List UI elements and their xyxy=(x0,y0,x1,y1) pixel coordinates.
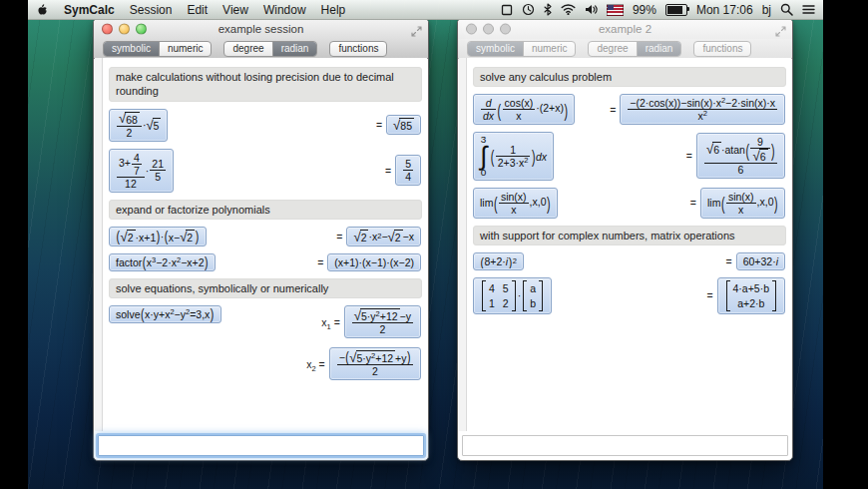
expression-input-box[interactable]: (√2·x+1)·(x−√2) xyxy=(109,227,207,246)
wifi-icon[interactable] xyxy=(561,4,576,15)
expression-result-box[interactable]: 60+32·i xyxy=(736,252,785,270)
fullscreen-icon[interactable] xyxy=(775,23,786,41)
section-header: expand or factorize polynomials xyxy=(109,200,422,220)
expression-input-box[interactable]: ddx(cos(x)x·(2+x)) xyxy=(473,94,575,125)
segment-radian[interactable]: radian xyxy=(638,42,681,56)
expression-row: (8+2·i)2=60+32·i xyxy=(473,252,786,270)
window-controls xyxy=(466,24,511,35)
segment-degree[interactable]: degree xyxy=(589,42,637,56)
result: =√2·x2−√2−x xyxy=(336,227,421,246)
menu-app-name[interactable]: SymCalc xyxy=(64,3,115,17)
close-button[interactable] xyxy=(466,24,477,35)
functions-button[interactable]: functions xyxy=(330,42,386,56)
minimize-button[interactable] xyxy=(483,24,494,35)
toolbar: symbolic numeric degree radian functions xyxy=(94,39,428,59)
apple-menu-icon[interactable] xyxy=(36,3,49,17)
battery-icon[interactable] xyxy=(665,4,687,16)
battery-fill xyxy=(667,6,682,14)
menubar-status: 99% Mon 17:06 bj xyxy=(501,0,815,19)
flag-canton xyxy=(608,5,614,10)
window-title: example 2 xyxy=(599,23,651,35)
expression-result-box[interactable]: √5·y2+12−y2 xyxy=(344,305,421,338)
expression-row: factor(x3−2·x2−x+2)=(x+1)·(x−1)·(x−2) xyxy=(109,253,422,271)
expression-row: 3+4712·215=54 xyxy=(109,149,422,193)
minimize-button[interactable] xyxy=(119,24,130,35)
result: =√6·atan(9√6)6 xyxy=(686,133,785,179)
menu-window[interactable]: Window xyxy=(263,3,306,17)
result-prefix: x2 = xyxy=(306,358,325,370)
bluetooth-icon[interactable] xyxy=(544,3,552,16)
results: =−(2·cos(x))−sin(x)·x2−2·sin(x)·xx2 xyxy=(610,94,785,125)
result-prefix: = xyxy=(686,150,692,162)
result: =(x+1)·(x−1)·(x−2) xyxy=(317,253,421,271)
us-flag-icon[interactable] xyxy=(607,4,624,16)
result-prefix: = xyxy=(726,255,732,267)
expression-row: lim(sin(x)x,x,0)=lim(sin(x)x,x,0) xyxy=(473,188,786,219)
functions-button[interactable]: functions xyxy=(694,42,750,56)
zoom-button[interactable] xyxy=(500,24,511,35)
window-example-2: example 2 symbolic numeric degree radian… xyxy=(457,18,793,461)
shape-icon[interactable] xyxy=(501,4,513,16)
segment-symbolic[interactable]: symbolic xyxy=(104,42,160,56)
expression-result-box[interactable]: −(√5·y2+12+y)2 xyxy=(329,347,421,380)
result-prefix: = xyxy=(385,165,391,177)
titlebar[interactable]: example session xyxy=(94,19,428,39)
expression-result-box[interactable]: √85 xyxy=(386,115,421,135)
expression-input-box[interactable]: (8+2·i)2 xyxy=(473,252,524,270)
mode-segment: symbolic numeric xyxy=(103,41,212,57)
search-icon[interactable] xyxy=(780,3,793,16)
menu-help[interactable]: Help xyxy=(321,3,346,17)
menubar-clock[interactable]: Mon 17:06 xyxy=(696,3,753,17)
expression-result-box[interactable]: −(2·cos(x))−sin(x)·x2−2·sin(x)·xx2 xyxy=(620,94,785,125)
expression-input[interactable] xyxy=(98,435,424,456)
expression-input-box[interactable]: √682·√5 xyxy=(109,109,168,142)
section-header: solve any calculus problem xyxy=(473,67,786,87)
expression-input[interactable] xyxy=(462,435,788,456)
list-icon[interactable] xyxy=(802,4,815,15)
titlebar[interactable]: example 2 xyxy=(458,19,792,39)
result: x2 =−(√5·y2+12+y)2 xyxy=(306,347,421,380)
menu-session[interactable]: Session xyxy=(130,3,173,17)
expression-input-box[interactable]: factor(x3−2·x2−x+2) xyxy=(109,253,216,271)
expression-result-box[interactable]: 54 xyxy=(395,155,421,186)
result: =60+32·i xyxy=(726,252,785,270)
segment-numeric[interactable]: numeric xyxy=(524,42,576,56)
expression-result-box[interactable]: lim(sin(x)x,x,0) xyxy=(700,188,785,219)
expression-result-box[interactable]: (x+1)·(x−1)·(x−2) xyxy=(327,253,421,271)
expression-input-box[interactable]: solve(x·y+x2−y2=3,x) xyxy=(109,305,221,323)
result: =−(2·cos(x))−sin(x)·x2−2·sin(x)·xx2 xyxy=(610,94,785,125)
volume-icon[interactable] xyxy=(585,4,598,15)
session-content: make calculations without losing precisi… xyxy=(95,58,427,431)
session-content: solve any calculus problemddx(cos(x)x·(2… xyxy=(459,58,791,431)
segment-radian[interactable]: radian xyxy=(273,42,317,56)
expression-row: solve(x·y+x2−y2=3,x)x1 =√5·y2+12−y2x2 =−… xyxy=(109,305,422,380)
expression-result-box[interactable]: √6·atan(9√6)6 xyxy=(696,133,785,179)
expression-input-box[interactable]: lim(sin(x)x,x,0) xyxy=(473,188,558,219)
expression-input-box[interactable]: 3+4712·215 xyxy=(109,149,174,193)
result-prefix: = xyxy=(336,231,342,243)
expression-input-box[interactable]: 3∫0(12+3·x2)dx xyxy=(473,132,554,180)
section-header: solve equations, symbolically or numeric… xyxy=(109,278,422,298)
menubar-user[interactable]: bj xyxy=(762,3,771,17)
result: =4·a+5·ba+2·b xyxy=(706,277,785,314)
segment-symbolic[interactable]: symbolic xyxy=(468,42,524,56)
segment-numeric[interactable]: numeric xyxy=(160,42,212,56)
result-prefix: x1 = xyxy=(321,316,340,328)
expression-result-box[interactable]: √2·x2−√2−x xyxy=(346,227,421,246)
close-button[interactable] xyxy=(102,24,113,35)
menu-edit[interactable]: Edit xyxy=(187,3,208,17)
result-prefix: = xyxy=(610,104,616,116)
menu-view[interactable]: View xyxy=(222,3,248,17)
window-controls xyxy=(102,24,147,35)
zoom-button[interactable] xyxy=(136,24,147,35)
time-machine-icon[interactable] xyxy=(522,3,535,16)
segment-degree[interactable]: degree xyxy=(224,42,272,56)
result-prefix: = xyxy=(317,256,323,268)
expression-result-box[interactable]: 4·a+5·ba+2·b xyxy=(717,277,785,314)
battery-percentage: 99% xyxy=(633,3,656,17)
fullscreen-icon[interactable] xyxy=(411,23,422,41)
expression-input-box[interactable]: 4512·ab xyxy=(473,277,552,314)
functions-button-wrap: functions xyxy=(693,41,751,57)
result-prefix: = xyxy=(376,119,382,131)
results: =(x+1)·(x−1)·(x−2) xyxy=(317,253,421,271)
